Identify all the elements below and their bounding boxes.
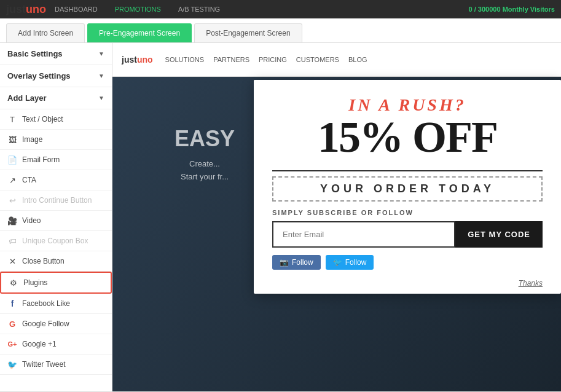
image-icon: 🖼 (7, 135, 17, 144)
sidebar-item-facebook-like[interactable]: f Facebook Like (0, 294, 112, 314)
intro-continue-icon: ↩ (7, 195, 17, 205)
popup-social-row: 📷 Follow 🐦 Follow (254, 255, 561, 279)
sidebar-item-email-form[interactable]: 📄 Email Form (0, 150, 112, 170)
thanks-link[interactable]: Thanks (519, 279, 543, 288)
google-icon: G (7, 319, 17, 329)
cta-button[interactable]: GET MY CODE (455, 221, 543, 248)
close-icon: ✕ (7, 256, 17, 266)
sidebar-item-image[interactable]: 🖼 Image (0, 130, 112, 150)
sidebar-item-text-object[interactable]: T Text / Object (0, 109, 112, 130)
sidebar-item-intro-continue: ↩ Intro Continue Button (0, 190, 112, 211)
popup-subtitle: YOUR ORDER TODAY (272, 176, 543, 202)
text-object-icon: T (7, 114, 17, 124)
chevron-down-icon: ▼ (98, 50, 104, 57)
preview-nav: SOLUTIONS PARTNERS PRICING CUSTOMERS BLO… (165, 56, 367, 63)
sidebar-item-twitter-tweet[interactable]: 🐦 Twitter Tweet (0, 355, 112, 375)
popup-divider (272, 170, 543, 171)
sidebar-item-google-follow[interactable]: G Google Follow (0, 314, 112, 334)
tab-bar: Add Intro Screen Pre-Engagement Screen P… (0, 18, 561, 43)
sidebar-section-basic: Basic Settings ▼ (0, 43, 112, 65)
logo: justuno (6, 3, 46, 16)
nav-ab-testing[interactable]: A/B TESTING (170, 0, 229, 18)
tab-pre-engagement[interactable]: Pre-Engagement Screen (87, 23, 192, 42)
top-nav: justuno DASHBOARD PROMOTIONS A/B TESTING… (0, 0, 561, 18)
email-input[interactable] (272, 221, 455, 248)
google-plus-icon: G+ (7, 339, 17, 349)
chevron-down-icon: ▼ (98, 95, 104, 101)
sidebar-section-add-layer: Add Layer ▼ (0, 87, 112, 109)
sidebar-item-video[interactable]: 🎥 Video (0, 211, 112, 231)
plugins-icon: ⚙ (9, 278, 18, 288)
sidebar-item-close-button[interactable]: ✕ Close Button (0, 251, 112, 272)
twitter-icon: 🐦 (7, 359, 17, 369)
nav-promotions[interactable]: PROMOTIONS (106, 0, 170, 18)
tab-post-engagement[interactable]: Post-Engagement Screen (194, 23, 302, 42)
monthly-visitors: 0 / 300000 Monthly Visitors (469, 6, 555, 13)
basic-settings-header[interactable]: Basic Settings ▼ (0, 43, 112, 65)
sidebar-item-cta[interactable]: ↗ CTA (0, 170, 112, 190)
popup-overlay: IN A RUSH? 15% OFF YOUR ORDER TODAY SIMP… (254, 80, 561, 294)
sidebar-item-google-plus[interactable]: G+ Google +1 (0, 334, 112, 355)
instagram-icon: 📷 (280, 258, 289, 267)
sidebar: Basic Settings ▼ Overlay Settings ▼ Add … (0, 43, 112, 391)
facebook-icon: f (7, 299, 17, 308)
twitter-bird-icon: 🐦 (333, 258, 342, 267)
popup-header: IN A RUSH? 15% OFF (254, 80, 561, 165)
popup-thanks: Thanks (254, 279, 561, 294)
popup-subscribe-text: SIMPLY SUBSCRIBE OR FOLLOW (254, 202, 561, 221)
preview-logo: justuno (122, 55, 153, 65)
nav-dashboard[interactable]: DASHBOARD (46, 0, 106, 18)
sidebar-item-coupon-box: 🏷 Unique Coupon Box (0, 231, 112, 251)
tab-add-intro[interactable]: Add Intro Screen (6, 23, 85, 42)
popup-discount: 15% OFF (272, 115, 543, 159)
preview-area: justuno SOLUTIONS PARTNERS PRICING CUSTO… (112, 43, 561, 391)
coupon-box-icon: 🏷 (7, 236, 17, 246)
email-form-icon: 📄 (7, 155, 17, 165)
preview-website-header: justuno SOLUTIONS PARTNERS PRICING CUSTO… (112, 43, 561, 77)
twitter-follow-button[interactable]: 🐦 Follow (326, 255, 374, 270)
main-nav: DASHBOARD PROMOTIONS A/B TESTING (46, 0, 229, 18)
sidebar-section-overlay: Overlay Settings ▼ (0, 65, 112, 87)
popup-email-row: GET MY CODE (272, 221, 543, 248)
instagram-follow-button[interactable]: 📷 Follow (272, 255, 321, 270)
main-layout: Basic Settings ▼ Overlay Settings ▼ Add … (0, 43, 561, 391)
overlay-settings-header[interactable]: Overlay Settings ▼ (0, 65, 112, 87)
sidebar-item-plugins[interactable]: ⚙ Plugins (0, 272, 112, 294)
chevron-down-icon: ▼ (98, 73, 104, 79)
cta-icon: ↗ (7, 175, 17, 185)
add-layer-header[interactable]: Add Layer ▼ (0, 87, 112, 109)
video-icon: 🎥 (7, 216, 17, 225)
